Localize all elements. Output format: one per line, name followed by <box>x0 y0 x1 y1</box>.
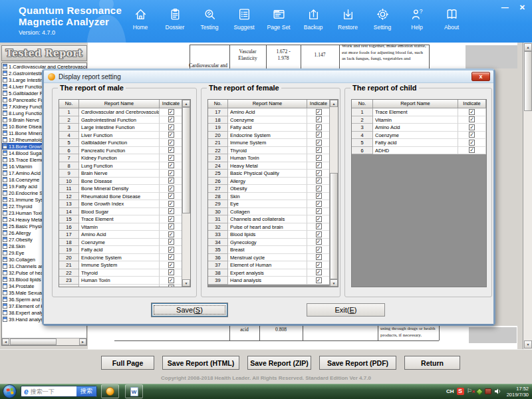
scroll-down-icon[interactable]: ▼ <box>330 279 338 287</box>
start-button[interactable] <box>3 384 17 398</box>
sogou-tray-icon[interactable]: S <box>457 388 464 395</box>
indicate-checkbox[interactable]: ✓ <box>316 109 322 115</box>
exit-button[interactable]: Exit(E) <box>307 303 385 317</box>
indicate-checkbox[interactable]: ✓ <box>168 216 174 222</box>
indicate-checkbox[interactable]: ✓ <box>469 147 475 153</box>
indicate-checkbox[interactable]: ✓ <box>168 201 174 207</box>
indicate-checkbox[interactable]: ✓ <box>316 140 322 146</box>
indicate-checkbox[interactable]: ✓ <box>316 216 322 222</box>
indicate-checkbox[interactable]: ✓ <box>316 132 322 138</box>
bottom-button-full-page[interactable]: Full Page <box>101 356 154 370</box>
indicate-checkbox[interactable]: ✓ <box>316 262 322 268</box>
indicate-checkbox[interactable]: ✓ <box>168 269 174 275</box>
scroll-up-icon[interactable]: ▲ <box>182 100 190 107</box>
indicate-checkbox[interactable]: ✓ <box>168 223 174 229</box>
indicate-checkbox[interactable]: ✓ <box>316 201 322 207</box>
indicate-checkbox[interactable]: ✓ <box>168 254 174 260</box>
nav-item-restore[interactable]: Restore <box>331 6 365 31</box>
nav-item-help[interactable]: ?Help <box>400 6 434 31</box>
indicate-checkbox[interactable]: ✓ <box>316 116 322 122</box>
volume-icon[interactable] <box>494 388 501 395</box>
nav-item-suggest[interactable]: Suggest <box>227 6 261 31</box>
indicate-checkbox[interactable]: ✓ <box>469 109 475 115</box>
nav-item-testing[interactable]: Testing <box>192 6 227 31</box>
tray-app-icon[interactable] <box>485 388 491 394</box>
tray-app-icon[interactable] <box>475 388 483 395</box>
indicate-checkbox[interactable]: ✓ <box>168 178 174 184</box>
scroll-thumb[interactable] <box>10 338 57 345</box>
indicate-checkbox[interactable]: ✓ <box>168 162 174 168</box>
indicate-checkbox[interactable]: ✓ <box>168 208 174 214</box>
scroll-up-icon[interactable]: ▲ <box>330 100 338 107</box>
indicate-checkbox[interactable]: ✓ <box>316 223 322 229</box>
indicate-checkbox[interactable]: ✓ <box>316 147 322 153</box>
scroll-right-icon[interactable]: ► <box>79 338 86 345</box>
scroll-thumb[interactable] <box>524 51 532 111</box>
indicate-checkbox[interactable]: ✓ <box>469 124 475 130</box>
indicate-checkbox[interactable]: ✓ <box>168 116 174 122</box>
taskbar-clock[interactable]: 17:52 2019/7/30 <box>507 386 529 398</box>
minimize-button[interactable]: — <box>501 3 509 12</box>
indicate-checkbox[interactable]: ✓ <box>316 208 322 214</box>
indicate-checkbox[interactable]: ✓ <box>316 124 322 130</box>
bottom-button-save-report-zip[interactable]: Save Report (ZIP) <box>247 356 311 370</box>
indicate-checkbox[interactable]: ✓ <box>168 155 174 161</box>
indicate-checkbox[interactable]: ✓ <box>168 186 174 192</box>
taskbar-app-qrma[interactable] <box>101 384 119 398</box>
indicate-checkbox[interactable]: ✓ <box>469 132 475 138</box>
scroll-down-icon[interactable]: ▼ <box>182 279 190 287</box>
table-vertical-scrollbar[interactable]: ▲ ▼ <box>182 100 190 287</box>
nav-item-home[interactable]: Home <box>123 6 158 31</box>
indicate-checkbox[interactable]: ✓ <box>316 247 322 253</box>
report-vertical-scrollbar[interactable]: ▲ ▼ <box>523 43 532 349</box>
bottom-button-return[interactable]: Return <box>404 356 460 370</box>
indicate-checkbox[interactable]: ✓ <box>168 140 174 146</box>
indicate-checkbox[interactable]: ✓ <box>316 254 322 260</box>
indicate-checkbox[interactable]: ✓ <box>168 285 174 287</box>
indicate-checkbox[interactable]: ✓ <box>316 231 322 237</box>
indicate-checkbox[interactable]: ✓ <box>316 193 322 199</box>
indicate-checkbox[interactable]: ✓ <box>316 239 322 245</box>
nav-item-backup[interactable]: Backup <box>296 6 331 31</box>
scroll-up-icon[interactable]: ▲ <box>524 43 532 51</box>
bottom-button-save-report-html[interactable]: Save Report (HTML) <box>162 356 239 370</box>
indicate-checkbox[interactable]: ✓ <box>316 170 322 176</box>
save-button[interactable]: Save(S) <box>152 303 227 317</box>
indicate-checkbox[interactable]: ✓ <box>168 277 174 283</box>
indicate-checkbox[interactable]: ✓ <box>469 140 475 146</box>
taskbar-app-word[interactable]: W <box>125 384 143 398</box>
indicate-checkbox[interactable]: ✓ <box>168 193 174 199</box>
sidebar-horizontal-scrollbar[interactable]: ◄ ► <box>2 338 86 345</box>
search-input[interactable] <box>31 388 76 395</box>
table-vertical-scrollbar[interactable]: ▲ ▼ <box>329 100 338 287</box>
action-center-flag-icon[interactable]: ⚐✕ <box>467 388 474 395</box>
indicate-checkbox[interactable]: ✓ <box>168 231 174 237</box>
bottom-button-save-report-pdf[interactable]: Save Report (PDF) <box>319 356 396 370</box>
indicate-checkbox[interactable]: ✓ <box>168 147 174 153</box>
nav-item-setting[interactable]: Setting <box>365 6 400 31</box>
indicate-checkbox[interactable]: ✓ <box>168 247 174 253</box>
language-indicator[interactable]: CH <box>446 388 454 394</box>
nav-item-about[interactable]: About <box>434 6 469 31</box>
indicate-checkbox[interactable]: ✓ <box>168 239 174 245</box>
indicate-checkbox[interactable]: ✓ <box>316 277 322 283</box>
search-button[interactable]: 搜索 <box>76 386 96 397</box>
scroll-thumb[interactable] <box>182 107 190 213</box>
indicate-checkbox[interactable]: ✓ <box>316 269 322 275</box>
nav-item-page-set[interactable]: Page Set <box>261 6 296 31</box>
indicate-checkbox[interactable]: ✓ <box>469 116 475 122</box>
scroll-thumb[interactable] <box>330 173 338 279</box>
scroll-down-icon[interactable]: ▼ <box>524 340 532 348</box>
nav-item-dossier[interactable]: Dossier <box>158 6 192 31</box>
indicate-checkbox[interactable]: ✓ <box>316 162 322 168</box>
dialog-close-button[interactable]: x <box>471 72 490 81</box>
indicate-checkbox[interactable]: ✓ <box>168 262 174 268</box>
scroll-left-icon[interactable]: ◄ <box>2 338 9 345</box>
indicate-checkbox[interactable]: ✓ <box>316 186 322 192</box>
indicate-checkbox[interactable]: ✓ <box>168 132 174 138</box>
indicate-checkbox[interactable]: ✓ <box>168 124 174 130</box>
close-button[interactable]: ✕ <box>519 3 525 12</box>
dialog-title-bar[interactable]: Display report setting <box>44 70 493 83</box>
indicate-checkbox[interactable]: ✓ <box>316 178 322 184</box>
indicate-checkbox[interactable]: ✓ <box>168 109 174 115</box>
